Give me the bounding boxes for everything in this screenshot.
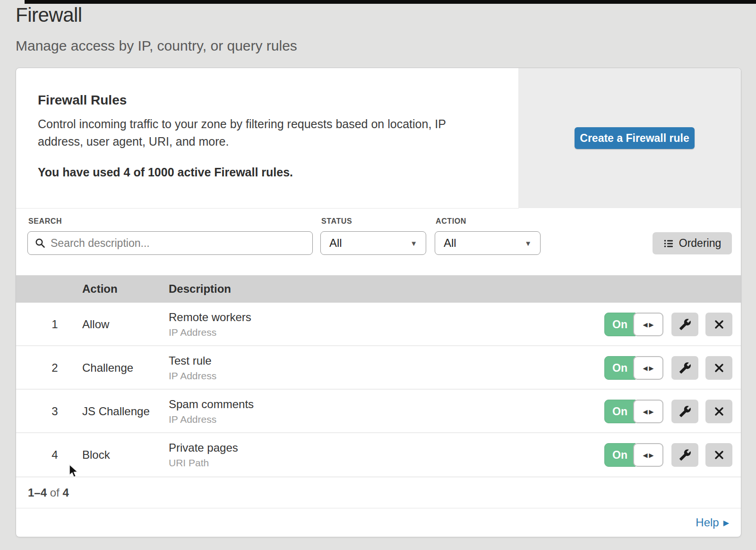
action-label: ACTION <box>436 217 466 226</box>
toggle-arrows-segment[interactable]: ◀ ▶ <box>633 313 663 336</box>
pagination-of-word: of <box>50 486 60 499</box>
pagination-start-end: 1–4 <box>28 486 47 499</box>
table-row: 1 Allow Remote workers IP Address On ◀ ▶ <box>16 303 741 346</box>
rule-match-type: IP Address <box>169 327 216 338</box>
rule-action: JS Challenge <box>82 405 150 418</box>
action-value: All <box>444 236 456 250</box>
delete-rule-button[interactable] <box>705 400 732 423</box>
edit-rule-button[interactable] <box>671 313 698 336</box>
delete-rule-button[interactable] <box>705 313 732 336</box>
firewall-rules-card: Firewall Rules Control incoming traffic … <box>16 68 741 537</box>
rule-toggle[interactable]: On ◀ ▶ <box>604 356 663 380</box>
create-firewall-rule-button[interactable]: Create a Firewall rule <box>575 127 695 149</box>
arrow-left-icon: ◀ <box>643 365 648 372</box>
rule-match-type: URI Path <box>169 457 209 469</box>
arrow-right-icon: ▶ <box>649 408 654 415</box>
top-black-bar <box>25 0 756 4</box>
page-subtitle: Manage access by IP, country, or query r… <box>16 38 297 54</box>
section-divider <box>16 208 519 209</box>
table-row: 4 Block Private pages URI Path On ◀ ▶ <box>16 433 741 477</box>
wrench-icon <box>679 405 691 418</box>
arrow-right-icon: ▶ <box>649 452 654 459</box>
wrench-icon <box>679 318 691 331</box>
rule-match-type: IP Address <box>169 370 216 382</box>
help-arrow-icon: ▶ <box>723 518 729 527</box>
status-value: All <box>329 236 342 250</box>
edit-rule-button[interactable] <box>671 443 698 467</box>
rule-action: Challenge <box>82 361 133 375</box>
rule-action: Allow <box>82 318 109 331</box>
search-label: SEARCH <box>28 217 62 226</box>
chevron-down-icon: ▼ <box>524 239 532 247</box>
column-header-description: Description <box>169 282 231 296</box>
rule-action: Block <box>82 448 110 462</box>
table-row: 3 JS Challenge Spam comments IP Address … <box>16 390 741 433</box>
rule-match-type: IP Address <box>169 414 216 425</box>
status-select[interactable]: All ▼ <box>320 231 426 255</box>
wrench-icon <box>679 449 691 461</box>
rule-description: Remote workers <box>169 311 251 324</box>
help-link[interactable]: Help ▶ <box>696 516 729 529</box>
card-description: Control incoming traffic to your zone by… <box>38 115 487 150</box>
search-icon <box>34 237 46 249</box>
toggle-arrows-segment[interactable]: ◀ ▶ <box>633 443 663 467</box>
close-icon <box>713 406 725 417</box>
firewall-page: Firewall Manage access by IP, country, o… <box>0 0 756 550</box>
close-icon <box>713 319 725 330</box>
page-title: Firewall <box>16 4 82 26</box>
help-row: Help ▶ <box>16 508 741 537</box>
table-header-row: Action Description <box>16 275 741 303</box>
delete-rule-button[interactable] <box>705 356 732 380</box>
chevron-down-icon: ▼ <box>410 239 417 247</box>
rule-description: Spam comments <box>169 398 254 411</box>
close-icon <box>713 449 725 461</box>
rule-description: Test rule <box>169 354 212 367</box>
pagination-range: 1–4 of 4 <box>28 486 69 499</box>
rule-description: Private pages <box>169 441 238 454</box>
arrow-right-icon: ▶ <box>649 365 654 372</box>
arrow-left-icon: ◀ <box>643 321 648 328</box>
action-select[interactable]: All ▼ <box>435 231 541 255</box>
card-title: Firewall Rules <box>38 93 127 108</box>
delete-rule-button[interactable] <box>705 443 732 467</box>
toggle-on-segment[interactable]: On <box>604 313 636 336</box>
pagination-total: 4 <box>62 486 69 499</box>
pagination-row: 1–4 of 4 <box>16 477 741 508</box>
rule-number: 3 <box>45 405 64 418</box>
column-header-action: Action <box>82 282 118 296</box>
ordering-button[interactable]: Ordering <box>653 232 732 254</box>
arrow-left-icon: ◀ <box>643 452 648 459</box>
rule-toggle[interactable]: On ◀ ▶ <box>604 313 663 336</box>
edit-rule-button[interactable] <box>671 400 698 423</box>
table-row: 2 Challenge Test rule IP Address On ◀ ▶ <box>16 346 741 390</box>
search-field[interactable] <box>27 231 313 255</box>
rule-number: 4 <box>45 448 64 462</box>
ordering-list-icon <box>663 238 674 249</box>
toggle-on-segment[interactable]: On <box>604 400 636 423</box>
rules-usage-text: You have used 4 of 1000 active Firewall … <box>38 166 293 179</box>
help-label: Help <box>696 516 719 529</box>
rule-number: 2 <box>45 361 64 375</box>
status-label: STATUS <box>321 217 352 226</box>
toggle-on-segment[interactable]: On <box>604 356 636 380</box>
arrow-left-icon: ◀ <box>643 408 648 415</box>
toggle-arrows-segment[interactable]: ◀ ▶ <box>633 400 663 423</box>
toggle-arrows-segment[interactable]: ◀ ▶ <box>633 356 663 380</box>
search-input[interactable] <box>51 237 306 250</box>
close-icon <box>713 362 725 374</box>
ordering-label: Ordering <box>679 237 721 250</box>
edit-rule-button[interactable] <box>671 356 698 380</box>
wrench-icon <box>679 362 691 374</box>
rule-toggle[interactable]: On ◀ ▶ <box>604 443 663 467</box>
rule-number: 1 <box>45 318 64 331</box>
arrow-right-icon: ▶ <box>649 321 654 328</box>
rule-toggle[interactable]: On ◀ ▶ <box>604 400 663 423</box>
toggle-on-segment[interactable]: On <box>604 443 636 467</box>
